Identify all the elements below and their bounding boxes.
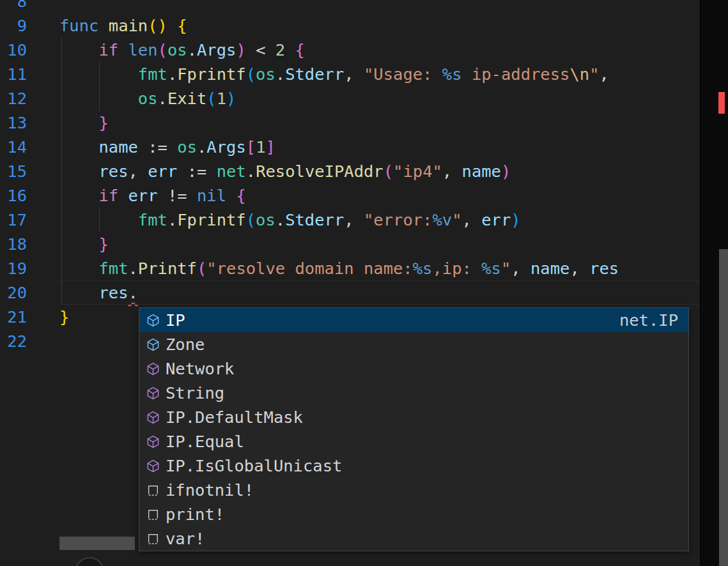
code-line[interactable]: 18 } <box>0 232 700 256</box>
line-number[interactable]: 10 <box>0 38 27 62</box>
code-token <box>98 16 108 35</box>
code-line[interactable]: 14 name := os.Args[1] <box>0 135 700 159</box>
code-lines: 89func main() {10 if len(os.Args) < 2 {1… <box>0 0 700 353</box>
code-token: { <box>236 186 245 205</box>
code-token: " <box>452 210 461 229</box>
suggestion-label: IP.IsGlobalUnicast <box>166 454 342 478</box>
code-token <box>59 40 98 59</box>
suggestion-item[interactable]: IPnet.IP <box>139 308 688 332</box>
code-editor-window: 89func main() {10 if len(os.Args) < 2 {1… <box>0 0 728 566</box>
code-token: os <box>256 210 275 229</box>
code-token <box>59 283 98 302</box>
code-text: fmt.Fprintf(os.Stderr, "Usage: %s ip-add… <box>59 62 609 86</box>
code-token: . <box>167 210 177 229</box>
symbol-field-icon <box>145 337 160 352</box>
code-token <box>138 137 148 157</box>
suggest-list: IPnet.IP Zone Network String IP.DefaultM… <box>139 308 688 551</box>
suggestion-item[interactable]: Network <box>139 356 688 381</box>
code-token: Printf <box>138 259 197 278</box>
line-number[interactable]: 21 <box>0 305 27 329</box>
suggestion-label: IP.DefaultMask <box>166 405 303 429</box>
code-token: res <box>589 259 619 278</box>
line-number[interactable]: 9 <box>0 13 27 38</box>
code-token <box>167 16 177 35</box>
code-token <box>266 40 275 59</box>
vertical-scrollbar-thumb[interactable] <box>719 249 728 566</box>
code-text: } <box>59 305 69 329</box>
line-number[interactable]: 16 <box>0 183 27 208</box>
symbol-method-icon <box>145 458 160 473</box>
line-number[interactable]: 8 <box>0 0 27 13</box>
code-line[interactable]: 13 } <box>0 111 700 135</box>
horizontal-scrollbar-thumb[interactable] <box>59 537 135 550</box>
code-token: , <box>600 65 609 84</box>
code-token: , <box>511 259 531 278</box>
code-token <box>59 210 138 229</box>
code-text: res. <box>59 280 138 305</box>
code-token <box>206 162 216 181</box>
line-number[interactable]: 18 <box>0 232 27 256</box>
suggestion-label: ifnotnil! <box>166 478 254 502</box>
suggestion-label: IP <box>166 308 185 332</box>
floating-button[interactable] <box>75 557 104 566</box>
line-number[interactable]: 11 <box>0 62 27 86</box>
code-token: 1 <box>256 137 265 157</box>
code-token: } <box>59 307 69 326</box>
suggestion-label: Network <box>166 356 234 381</box>
code-token: name <box>531 259 569 278</box>
suggestion-item[interactable]: IP.IsGlobalUnicast <box>139 454 688 478</box>
code-line[interactable]: 16 if err != nil { <box>0 183 700 208</box>
editor-pane[interactable]: 89func main() {10 if len(os.Args) < 2 {1… <box>0 0 700 353</box>
line-number[interactable]: 12 <box>0 86 27 111</box>
line-number[interactable]: 22 <box>0 329 27 353</box>
code-line[interactable]: 15 res, err := net.ResolveIPAddr("ip4", … <box>0 159 700 183</box>
code-token: Args <box>197 40 236 59</box>
code-token: 2 <box>275 40 285 59</box>
line-number[interactable]: 13 <box>0 111 27 135</box>
code-token <box>59 65 138 84</box>
code-line[interactable]: 17 fmt.Fprintf(os.Stderr, "error:%v", er… <box>0 208 700 232</box>
suggestion-item[interactable]: print! <box>139 502 688 526</box>
code-token: os <box>256 65 275 84</box>
code-token: ( <box>246 210 256 229</box>
code-text: fmt.Fprintf(os.Stderr, "error:%v", err) <box>59 208 521 232</box>
code-line[interactable]: 10 if len(os.Args) < 2 { <box>0 38 700 62</box>
code-token: fmt <box>138 210 167 229</box>
autocomplete-popup[interactable]: IPnet.IP Zone Network String IP.DefaultM… <box>139 307 689 551</box>
code-line[interactable]: 11 fmt.Fprintf(os.Stderr, "Usage: %s ip-… <box>0 62 700 86</box>
suggestion-item[interactable]: String <box>139 381 688 405</box>
suggestion-item[interactable]: IP.DefaultMask <box>139 405 688 429</box>
line-number[interactable]: 20 <box>0 280 27 305</box>
overview-ruler[interactable] <box>700 0 728 566</box>
code-token: 1 <box>217 89 226 108</box>
suggestion-item[interactable]: ifnotnil! <box>139 478 688 502</box>
line-number[interactable]: 19 <box>0 256 27 280</box>
code-token: } <box>98 234 108 254</box>
code-token: := <box>187 162 207 181</box>
code-line[interactable]: 12 os.Exit(1) <box>0 86 700 111</box>
code-token: name <box>462 162 501 181</box>
code-token: . <box>246 162 256 181</box>
code-token <box>285 40 295 59</box>
code-line[interactable]: 8 <box>0 0 700 13</box>
code-token: %s <box>442 65 462 84</box>
code-token: < <box>256 40 265 59</box>
code-line[interactable]: 9func main() { <box>0 13 700 38</box>
code-token: Stderr <box>285 65 344 84</box>
code-token: ) <box>226 89 236 108</box>
code-line[interactable]: 20 res. <box>0 280 700 305</box>
code-token: %v <box>432 210 452 229</box>
code-token <box>167 137 177 157</box>
line-number[interactable]: 15 <box>0 159 27 183</box>
code-text: if err != nil { <box>59 183 246 208</box>
code-token: ,ip: <box>432 259 481 278</box>
suggestion-item[interactable]: Zone <box>139 332 688 356</box>
line-number[interactable]: 14 <box>0 135 27 159</box>
code-token: } <box>98 113 108 132</box>
code-line[interactable]: 19 fmt.Printf("resolve domain name:%s,ip… <box>0 256 700 280</box>
suggestion-item[interactable]: IP.Equal <box>139 429 688 454</box>
line-number[interactable]: 17 <box>0 208 27 232</box>
suggestion-item[interactable]: var! <box>139 526 688 551</box>
code-token: ) <box>501 162 511 181</box>
code-token: . <box>167 65 177 84</box>
